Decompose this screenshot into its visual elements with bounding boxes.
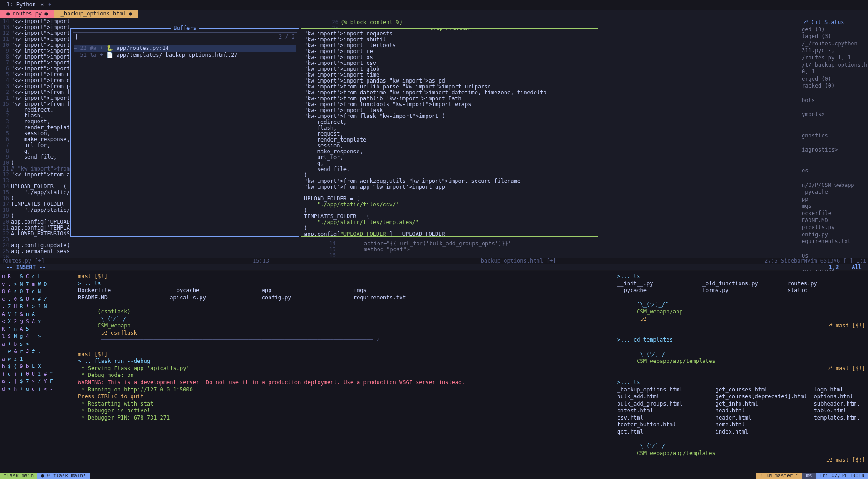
sidebar-item[interactable] <box>802 90 866 97</box>
sidebar-item[interactable]: taged (3) <box>802 33 866 40</box>
sidebar-item[interactable] <box>802 245 866 253</box>
code-line[interactable]: 24app.config.update(SEC <box>0 242 70 248</box>
sidebar-item[interactable]: ockerfile <box>802 210 866 217</box>
code-line[interactable]: 2 flash, <box>0 112 70 118</box>
terminal-right[interactable]: >... ls __init__.py _old_functions.py ro… <box>614 271 868 474</box>
code-line[interactable]: 9 send_file, <box>0 154 70 160</box>
code-line[interactable]: 5"kw-import">from urllib.parse imp <box>0 71 70 77</box>
tmux-session[interactable]: flask main <box>0 473 37 479</box>
sidebar-item[interactable] <box>802 104 866 111</box>
file-tab-routes[interactable]: ● routes.py ● <box>0 10 54 18</box>
code-line[interactable]: 10"kw-import">import os <box>0 42 70 48</box>
add-tab-icon[interactable]: + <box>48 1 51 9</box>
code-line[interactable]: 9"kw-import">import csv <box>0 48 70 54</box>
sidebar-item[interactable]: _pycache__ <box>802 189 866 196</box>
code-line[interactable]: 15 "./app/static/fil <box>0 189 70 195</box>
buffer-item[interactable]: → 22 #a + 🐍 app/routes.py:14 <box>74 45 296 52</box>
sidebar-item[interactable]: ymbols> <box>802 111 866 118</box>
code-line[interactable]: 11"kw-import">import re <box>0 36 70 42</box>
tmux-clock: Fri 07/14 10:18 <box>816 473 868 479</box>
sidebar-item[interactable]: equirements.txt <box>802 238 866 245</box>
file-tab-backup[interactable]: _backup_options.html ● <box>54 10 139 18</box>
code-line[interactable]: 14"kw-import">import requests <box>0 18 70 24</box>
sidebar-item[interactable] <box>802 118 866 125</box>
sidebar-item[interactable] <box>802 161 866 168</box>
code-line[interactable]: 8 g, <box>0 148 70 154</box>
code-line[interactable]: 7"kw-import">import time <box>0 59 70 65</box>
preview-line: "kw-import">import shutil <box>304 36 595 42</box>
git-status-header: ⎇ Git Status <box>802 19 866 26</box>
tmux-status-bar: flask main ● 0 flask main* ! 3M master ⌃… <box>0 473 868 479</box>
sidebar-item[interactable]: racked (0) <box>802 83 866 90</box>
code-line[interactable]: 11# "kw-import">from werkzeug.utils <box>0 166 70 171</box>
file-tab-bar: ● routes.py ● _backup_options.html ● <box>0 10 868 18</box>
code-line[interactable]: 4"kw-import">from datetime "kw-import">i… <box>0 77 70 83</box>
sidebar: ⎇ Git Status ged (0)taged (3)/_/routes.c… <box>800 18 868 274</box>
code-line[interactable]: 17TEMPLATES_FOLDER = ( <box>0 201 70 207</box>
code-line[interactable]: 3"kw-import">from pathlib "kw-import">im… <box>0 83 70 89</box>
status-left: routes.py [+] <box>2 258 44 264</box>
sidebar-item[interactable]: /routes.py 1, 1 <box>802 54 866 62</box>
tmux-window[interactable]: ● 0 flask main* <box>37 473 89 479</box>
sidebar-item[interactable]: /_/routes.cpython-311.pyc -, <box>802 40 866 54</box>
sidebar-item[interactable]: bols <box>802 97 866 104</box>
code-line[interactable]: 14UPLOAD_FOLDER = ( <box>0 183 70 189</box>
code-line[interactable]: 2"kw-import">from functools "kw-import">… <box>0 89 70 95</box>
code-line[interactable]: 12"kw-import">import itertools <box>0 30 70 36</box>
sidebar-item[interactable]: erged (0) <box>802 76 866 83</box>
sidebar-item[interactable] <box>802 175 866 182</box>
close-icon[interactable]: × <box>40 1 44 9</box>
code-line[interactable]: 12"kw-import">from app "kw-import">impor… <box>0 171 70 177</box>
sidebar-item[interactable]: pp <box>802 196 866 203</box>
code-line[interactable]: 23 <box>0 236 70 242</box>
sidebar-item[interactable]: /t/_backup_options.html 0, 1 <box>802 62 866 76</box>
preview-line: TEMPLATES_FOLDER = ( <box>304 213 595 219</box>
sidebar-item[interactable] <box>802 153 866 161</box>
sidebar-item[interactable]: mgs <box>802 203 866 210</box>
buffer-item[interactable]: 51 %a + 📄 app/templates/_backup_options.… <box>74 52 296 59</box>
sidebar-item[interactable]: es <box>802 167 866 175</box>
code-line[interactable]: 7 url_for, <box>0 142 70 148</box>
code-line[interactable]: 13 <box>0 177 70 183</box>
file-icon: ● <box>6 10 10 18</box>
code-line[interactable]: 20app.config["UPLOAD_FO <box>0 219 70 225</box>
preview-line: "kw-import">from flask "kw-import">impor… <box>304 113 595 119</box>
ls-output: __init__.py _old_functions.py routes.py … <box>617 280 865 288</box>
sidebar-item[interactable]: gnostics <box>802 132 866 140</box>
code-line[interactable]: 3 request, <box>0 118 70 124</box>
sidebar-item[interactable]: ged (0) <box>802 26 866 34</box>
code-line[interactable]: 25app.permanent_session <box>0 248 70 254</box>
code-line[interactable]: 18 "./app/static/fil <box>0 207 70 213</box>
terminal-left[interactable]: mast [$!] >... ls Dockerfile __pycache__… <box>75 271 614 474</box>
sidebar-item[interactable]: picalls.py <box>802 224 866 231</box>
scroll-pos: All <box>852 264 862 270</box>
code-line[interactable]: 4 render_template, <box>0 124 70 130</box>
right-bottom-code: 14 action="{{ url_for('bulk_add_groups_o… <box>327 240 581 258</box>
left-editor-pane[interactable]: 14"kw-import">import requests13"kw-impor… <box>0 18 70 268</box>
preview-line: ) <box>304 207 595 213</box>
code-line[interactable]: 16) <box>0 195 70 201</box>
sidebar-item[interactable] <box>802 125 866 132</box>
code-line[interactable]: 19) <box>0 213 70 219</box>
preview-line: flash, <box>304 125 595 131</box>
buffer-search-input[interactable]: | 2 / 2 <box>73 32 297 42</box>
code-line[interactable]: 1 redirect, <box>0 107 70 112</box>
flask-output: * Running on http://127.0.0.1:5000 <box>78 386 611 394</box>
code-line[interactable]: 1"kw-import">import flask ■ [* <box>0 95 70 101</box>
sidebar-item[interactable]: onfig.py <box>802 231 866 239</box>
code-line[interactable]: 6"kw-import">import pandas "kw-import">a… <box>0 65 70 71</box>
sidebar-item[interactable]: n/O/P/CSM_webapp <box>802 182 866 189</box>
sidebar-item[interactable]: iagnostics> <box>802 147 866 154</box>
code-line[interactable]: 10) <box>0 160 70 166</box>
sidebar-item[interactable] <box>802 139 866 147</box>
code-line[interactable]: 8"kw-import">import glob <box>0 54 70 59</box>
code-line[interactable]: 6 make_response, <box>0 136 70 142</box>
code-line[interactable]: 21app.config["TEMPLATES <box>0 225 70 230</box>
code-line[interactable]: 13"kw-import">import shutil <box>0 24 70 30</box>
code-line[interactable]: 22ALLOWED_EXTENSIONS = <box>0 230 70 236</box>
code-line[interactable]: 15"kw-import">from flask "kw-import">imp… <box>0 101 70 107</box>
preview-line: ) <box>304 172 595 178</box>
window-tab[interactable]: 1: Python <box>2 0 40 10</box>
code-line[interactable]: 5 session, <box>0 130 70 136</box>
sidebar-item[interactable]: EADME.MD <box>802 217 866 225</box>
